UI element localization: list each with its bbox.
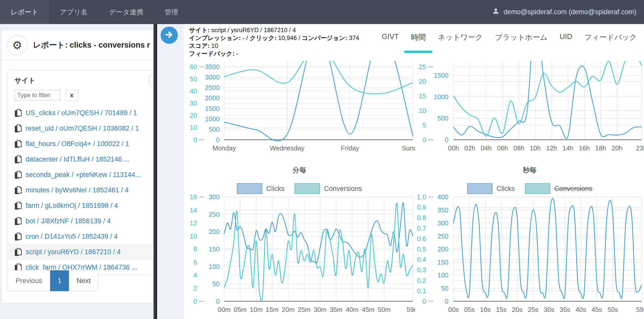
svg-text:25: 25	[419, 63, 426, 71]
site-list-item[interactable]: script / ysruR6YD / 1867210 / 4	[8, 244, 154, 260]
site-list-item[interactable]: reset_uid / oUm7QESH / 1036082 / 1	[8, 121, 154, 136]
svg-text:0.7: 0.7	[417, 225, 426, 232]
report-card-header: ⚙ レポート: clicks - conversions r	[2, 30, 154, 61]
copy-document-icon	[14, 155, 22, 164]
svg-text:100: 100	[438, 271, 448, 279]
svg-text:45s: 45s	[592, 306, 602, 313]
site-info-line: インプレッション: - / クリック: 10,946 / コンバージョン: 37…	[189, 34, 359, 42]
svg-text:0: 0	[423, 297, 426, 305]
svg-text:200: 200	[438, 245, 448, 253]
info-label: インプレッション:	[189, 34, 241, 41]
site-list-item[interactable]: minutes / byWs6NeI / 1852461 / 4	[8, 183, 154, 198]
svg-text:14: 14	[190, 206, 197, 214]
nav-item-1[interactable]: アプリ名	[49, 0, 98, 24]
svg-text:0.2: 0.2	[417, 277, 426, 284]
site-link-label: script / ysruR6YD / 1867210 / 4	[26, 248, 121, 256]
top-navbar: レポートアプリ名データ連携管理 demo@spideraf.com (demo@…	[0, 0, 644, 24]
copy-document-icon	[14, 125, 22, 133]
svg-text:0.6: 0.6	[417, 235, 426, 243]
svg-text:300: 300	[209, 193, 220, 201]
svg-text:20h: 20h	[612, 144, 622, 152]
site-link-label: datacenter / IdTLffuH / 1852146 ...	[26, 155, 130, 163]
svg-text:100: 100	[209, 263, 220, 270]
copy-document-icon	[14, 140, 22, 148]
collapse-sidebar-button[interactable]	[149, 75, 154, 87]
tab-UID[interactable]: UID	[560, 32, 572, 43]
svg-text:0.8: 0.8	[417, 214, 426, 222]
svg-text:10: 10	[190, 232, 197, 240]
svg-text:30: 30	[190, 99, 197, 107]
site-info-line: スコア: 10	[189, 42, 359, 50]
svg-text:25m: 25m	[298, 306, 311, 313]
site-info-line: フィードバック: -	[189, 50, 359, 57]
site-panel-head: サイト x	[8, 70, 154, 105]
panel-splitter[interactable]	[154, 24, 157, 319]
site-list-item[interactable]: seconds_peak / +pteNKew / 113144...	[8, 167, 154, 183]
svg-text:0: 0	[445, 136, 448, 144]
svg-text:5: 5	[423, 121, 426, 129]
site-list-item[interactable]: farm / gLo8kmOj / 1851698 / 4	[8, 198, 154, 213]
svg-text:50: 50	[441, 285, 448, 292]
svg-text:350: 350	[438, 206, 448, 214]
svg-text:0.5: 0.5	[417, 245, 426, 253]
svg-text:25s: 25s	[528, 306, 538, 313]
site-list-item[interactable]: bot / J/8XfzNF / 1856139 / 4	[8, 213, 154, 229]
nav-item-2[interactable]: データ連携	[98, 0, 154, 24]
sidebar: ⚙ レポート: clicks - conversions r サイト x US_…	[0, 24, 154, 319]
svg-text:40s: 40s	[576, 306, 586, 313]
expand-sidebar-button[interactable]	[161, 27, 178, 44]
svg-text:20: 20	[419, 78, 426, 85]
svg-text:00h: 00h	[448, 144, 459, 152]
tab-時間[interactable]: 時間	[411, 32, 426, 43]
svg-text:35m: 35m	[330, 306, 343, 313]
svg-text:15m: 15m	[266, 306, 279, 313]
sidebar-gutter	[157, 24, 184, 319]
pagination-next[interactable]: Next	[69, 270, 98, 291]
info-label: スコア:	[189, 42, 210, 49]
svg-text:50: 50	[190, 75, 197, 83]
user-account[interactable]: demo@spideraf.com (demo@spideraf.com)	[492, 0, 644, 24]
svg-text:200: 200	[209, 228, 220, 235]
svg-text:20s: 20s	[512, 306, 523, 313]
svg-text:16h: 16h	[579, 144, 590, 152]
svg-text:0: 0	[216, 297, 220, 305]
site-filter-panel: サイト x US_clicks / oUm7QESH / 701489 / 1r…	[8, 70, 154, 275]
info-label: クリック:	[250, 34, 276, 41]
pagination-previous[interactable]: Previous	[8, 270, 50, 291]
svg-text:500: 500	[438, 114, 448, 122]
svg-text:0.4: 0.4	[417, 256, 426, 263]
report-settings-button[interactable]: ⚙	[7, 35, 27, 55]
svg-text:50m: 50m	[378, 306, 391, 313]
clear-filter-button[interactable]: x	[65, 90, 78, 101]
svg-text:0.1: 0.1	[417, 287, 426, 295]
svg-text:0: 0	[423, 136, 426, 144]
site-link-label: cron / D141xYo5 / 1852439 / 4	[26, 233, 118, 241]
site-list-item[interactable]: flat_hours / O8Fciq4+ / 100022 / 1	[8, 136, 154, 152]
pagination-page-1[interactable]: 1	[50, 270, 69, 291]
svg-text:2000: 2000	[205, 94, 220, 102]
svg-text:Friday: Friday	[341, 144, 359, 152]
svg-text:1.0: 1.0	[417, 193, 426, 201]
svg-text:8: 8	[194, 245, 197, 253]
tab-プラットホーム[interactable]: プラットホーム	[495, 32, 547, 43]
svg-text:250: 250	[209, 211, 220, 218]
site-list-item[interactable]: cron / D141xYo5 / 1852439 / 4	[8, 229, 154, 244]
svg-text:3500: 3500	[205, 63, 220, 71]
nav-items: レポートアプリ名データ連携管理	[0, 0, 189, 24]
svg-text:6: 6	[194, 258, 197, 266]
site-list-item[interactable]: US_clicks / oUm7QESH / 701489 / 1	[8, 105, 154, 121]
chart-by-weekday: 0102030405060050010001500200025003000350…	[184, 61, 415, 158]
tab-GIVT[interactable]: GIVT	[382, 32, 399, 43]
svg-text:50: 50	[212, 280, 220, 288]
chart-by-hour: 051015202505001000150000h02h04h06h08h10h…	[415, 61, 644, 158]
svg-text:40m: 40m	[346, 306, 359, 313]
nav-item-0[interactable]: レポート	[0, 0, 49, 24]
tab-ネットワーク[interactable]: ネットワーク	[438, 32, 483, 43]
svg-text:23h: 23h	[636, 144, 644, 152]
copy-document-icon	[14, 217, 22, 225]
tab-フィードバック[interactable]: フィードバック	[584, 32, 637, 43]
nav-item-3[interactable]: 管理	[154, 0, 189, 24]
svg-text:150: 150	[209, 245, 220, 253]
site-filter-input[interactable]	[14, 90, 61, 101]
site-list-item[interactable]: datacenter / IdTLffuH / 1852146 ...	[8, 152, 154, 167]
